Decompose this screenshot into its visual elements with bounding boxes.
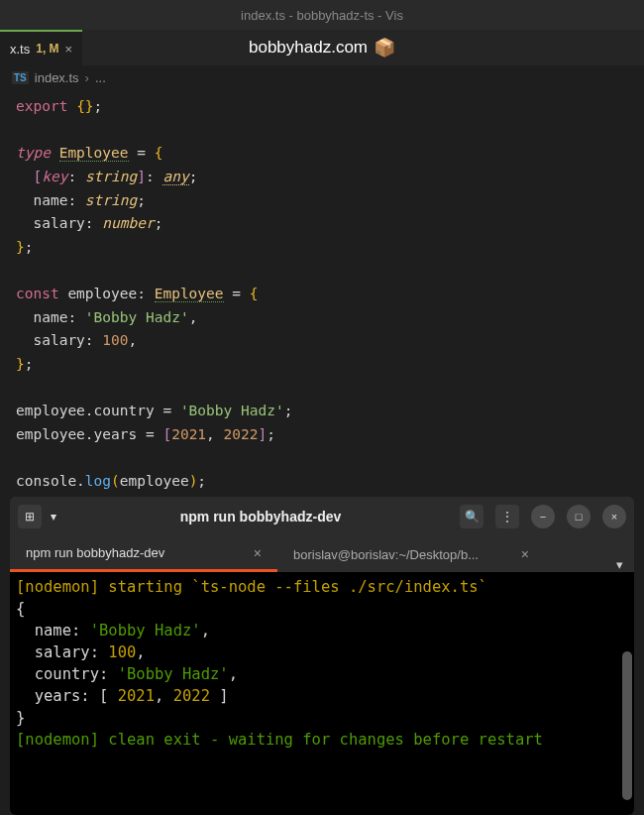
rbracket: ] <box>137 169 146 184</box>
terminal-scrollbar[interactable] <box>622 651 632 800</box>
window-title: index.ts - bobbyhadz-ts - Vis <box>241 8 403 23</box>
semi5: ; <box>25 239 34 255</box>
terminal-titlebar[interactable]: ⊞ ▾ npm run bobbyhadz-dev 🔍 ⋮ − □ × <box>10 497 634 536</box>
maximize-icon: □ <box>576 511 583 523</box>
tab-filename: x.ts <box>10 42 30 57</box>
ts-file-icon: TS <box>12 71 29 84</box>
colon4: : <box>85 215 94 231</box>
terminal-output[interactable]: [nodemon] starting `ts-node --files ./sr… <box>10 572 634 815</box>
colon: : <box>67 169 76 184</box>
console: console <box>16 473 76 489</box>
terminal-tab-label: npm run bobbyhadz-dev <box>26 545 164 560</box>
num-2022: 2022 <box>224 426 259 442</box>
eq: = <box>137 145 146 161</box>
terminal-tab-inactive[interactable]: borislav@borislav:~/Desktop/b... × <box>277 536 545 572</box>
colon6: : <box>67 309 76 325</box>
kw-type: type <box>16 145 51 161</box>
ref-employee2: employee <box>16 426 85 442</box>
out-y2: 2022 <box>173 687 210 705</box>
dot2: . <box>85 426 94 442</box>
colon3: : <box>67 192 76 208</box>
out-country-key: country: <box>16 665 118 683</box>
nodemon-exit: [nodemon] clean exit - waiting for chang… <box>16 731 543 749</box>
lbrace: { <box>155 145 163 161</box>
chevron-down-icon: ▾ <box>616 557 623 572</box>
search-icon: 🔍 <box>465 510 480 524</box>
maximize-button[interactable]: □ <box>567 505 590 528</box>
lparen: ( <box>111 473 120 489</box>
out-rb: ] <box>210 687 229 705</box>
obj-name: name <box>33 309 67 325</box>
tab-dropdown-button[interactable]: ▾ <box>46 505 61 528</box>
terminal-window: ⊞ ▾ npm run bobbyhadz-dev 🔍 ⋮ − □ × npm … <box>10 497 634 815</box>
fn-log: log <box>85 473 111 489</box>
terminal-tab-label: borislav@borislav:~/Desktop/b... <box>293 547 479 562</box>
new-tab-button[interactable]: ⊞ <box>18 505 42 528</box>
tab-modified-badge: 1, M <box>36 42 58 56</box>
semi6: ; <box>25 356 34 372</box>
minimize-button[interactable]: − <box>531 505 555 528</box>
lbracket: [ <box>33 169 42 184</box>
out-rbrace: } <box>16 709 25 727</box>
comma3: , <box>206 426 215 442</box>
file-tab-active[interactable]: x.ts 1, M × <box>0 30 82 65</box>
menu-icon: ⋮ <box>501 510 513 524</box>
num-2021: 2021 <box>171 426 206 442</box>
prop-years: years <box>94 426 138 442</box>
tab-close-icon[interactable]: × <box>65 42 73 57</box>
obj-salary: salary <box>33 332 84 348</box>
close-button[interactable]: × <box>602 505 626 528</box>
semi: ; <box>94 98 103 114</box>
tab-overflow-button[interactable]: ▾ <box>604 557 634 572</box>
dot1: . <box>85 403 94 418</box>
out-salary-key: salary: <box>16 643 108 661</box>
new-tab-icon: ⊞ <box>25 510 35 524</box>
prop-name: name <box>33 192 67 208</box>
arg-employee: employee <box>120 473 189 489</box>
watermark-text: bobbyhadz.com <box>249 38 368 58</box>
semi4: ; <box>155 215 163 231</box>
eq4: = <box>146 426 155 442</box>
prop-country: country <box>94 403 155 418</box>
eq3: = <box>162 403 171 418</box>
code-editor[interactable]: export {}; type Employee = { [key: strin… <box>0 89 644 502</box>
colon2: : <box>146 169 155 184</box>
rbrace: } <box>16 239 25 255</box>
index-key: key <box>42 169 67 184</box>
nodemon-start: [nodemon] starting `ts-node --files ./sr… <box>16 578 487 596</box>
minimize-icon: − <box>540 511 546 523</box>
rbrace2: } <box>16 356 25 372</box>
type-ref: Employee <box>155 286 224 302</box>
out-name-key: name: <box>16 622 90 640</box>
breadcrumb[interactable]: TS index.ts › ... <box>0 65 644 89</box>
lbracket2: [ <box>162 426 171 442</box>
semi3: ; <box>137 192 146 208</box>
terminal-tab-close-icon[interactable]: × <box>254 545 262 561</box>
dropdown-icon: ▾ <box>51 510 56 524</box>
lbrace2: { <box>250 286 259 301</box>
prop-salary: salary <box>33 215 84 231</box>
out-country-val: 'Bobby Hadz' <box>118 665 229 683</box>
type-name: Employee <box>59 145 129 162</box>
terminal-tab-active[interactable]: npm run bobbyhadz-dev × <box>10 536 277 572</box>
semi2: ; <box>189 169 198 184</box>
semi8: ; <box>267 426 275 442</box>
breadcrumb-more[interactable]: ... <box>95 70 106 85</box>
terminal-tab-close-icon[interactable]: × <box>521 546 529 562</box>
braces: {} <box>76 98 93 114</box>
out-salary-val: 100 <box>108 643 136 661</box>
search-button[interactable]: 🔍 <box>460 505 483 528</box>
terminal-title: npm run bobbyhadz-dev <box>67 509 454 524</box>
cube-icon: 📦 <box>374 37 395 58</box>
out-c3: , <box>229 665 238 683</box>
eq2: = <box>232 286 241 301</box>
str1: 'Bobby Hadz' <box>85 309 189 325</box>
comma1: , <box>189 309 198 325</box>
type-number: number <box>102 215 154 231</box>
colon5: : <box>137 286 146 301</box>
menu-button[interactable]: ⋮ <box>495 505 519 528</box>
kw-export: export <box>16 98 67 114</box>
breadcrumb-file[interactable]: index.ts <box>35 70 79 85</box>
terminal-tabs: npm run bobbyhadz-dev × borislav@borisla… <box>10 536 634 572</box>
window-title-bar: index.ts - bobbyhadz-ts - Vis <box>0 0 644 30</box>
